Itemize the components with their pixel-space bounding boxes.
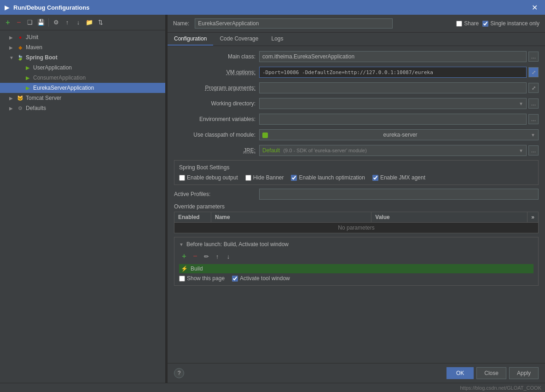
bl-add-button[interactable]: + [179, 251, 189, 261]
spring-arrow: ▼ [9, 55, 15, 60]
col-name: Name [211, 212, 371, 223]
junit-arrow: ▶ [9, 35, 15, 40]
program-args-field: ⤢ [259, 82, 539, 93]
enable-launch-checkbox[interactable] [291, 175, 297, 181]
share-label: Share [464, 20, 479, 27]
program-args-input[interactable] [259, 82, 527, 93]
before-launch-section: ▼ Before launch: Build, Activate tool wi… [174, 237, 539, 286]
main-class-label: Main class: [174, 53, 259, 60]
close-button[interactable]: Close [476, 367, 506, 379]
single-instance-wrap: Single instance only [482, 20, 539, 27]
classpath-dropdown[interactable]: eureka-server ▼ [259, 129, 539, 140]
app-icon: ▶ [24, 74, 31, 81]
active-profiles-label: Active Profiles: [174, 191, 259, 197]
hide-banner-item: Hide Banner [245, 174, 284, 181]
jre-label: JRE: [174, 147, 259, 154]
env-vars-row: Environment variables: … [174, 113, 539, 125]
enable-debug-label: Enable debug output [187, 174, 238, 181]
folder-button[interactable]: 📁 [84, 17, 94, 28]
show-page-checkbox[interactable] [179, 276, 185, 282]
bl-down-button[interactable]: ↓ [223, 251, 233, 261]
program-args-expand-button[interactable]: ⤢ [528, 83, 539, 93]
vm-options-label: VM options: [174, 69, 259, 75]
settings-button[interactable]: ⚙ [51, 17, 61, 28]
save-config-button[interactable]: 💾 [36, 17, 46, 28]
move-up-button[interactable]: ↑ [62, 17, 72, 28]
jre-arrow: ▼ [519, 148, 523, 153]
vm-options-field: ⤢ [259, 67, 539, 78]
single-instance-label: Single instance only [490, 20, 539, 27]
before-launch-title: Before launch: Build, Activate tool wind… [186, 241, 289, 248]
dialog-close-button[interactable]: ✕ [529, 2, 540, 13]
env-vars-label: Environment variables: [174, 116, 259, 122]
bottom-right: OK Close Apply [446, 367, 539, 379]
hide-banner-checkbox[interactable] [245, 175, 251, 181]
tab-code-coverage[interactable]: Code Coverage [213, 33, 265, 46]
before-launch-toolbar: + − ✏ ↑ ↓ [179, 251, 533, 261]
sidebar-item-consumer-app[interactable]: ▶ ConsumerApplication [0, 73, 165, 83]
activate-window-checkbox[interactable] [232, 276, 238, 282]
before-launch-header[interactable]: ▼ Before launch: Build, Activate tool wi… [179, 241, 533, 248]
override-title: Override parameters [174, 203, 539, 210]
sidebar-item-label: Defaults [26, 105, 46, 111]
remove-config-button[interactable]: − [14, 17, 24, 28]
jre-dropdown[interactable]: Default (9.0 - SDK of 'eureka-server' mo… [259, 145, 527, 156]
sidebar-item-defaults[interactable]: ▶ ⚙ Defaults [0, 103, 165, 113]
jre-value: Default (9.0 - SDK of 'eureka-server' mo… [262, 147, 367, 154]
name-bar: Name: EurekaServerApplication Share Sing… [168, 15, 545, 33]
ok-button[interactable]: OK [446, 367, 474, 379]
enable-launch-item: Enable launch optimization [291, 174, 365, 181]
move-down-button[interactable]: ↓ [73, 17, 83, 28]
working-dir-label: Working directory: [174, 100, 259, 107]
single-instance-checkbox[interactable] [482, 21, 488, 27]
enable-debug-checkbox[interactable] [179, 175, 185, 181]
working-dir-row: Working directory: ▼ … [174, 98, 539, 110]
sidebar-item-junit[interactable]: ▶ ● JUnit [0, 32, 165, 42]
sidebar-item-label: Tomcat Server [26, 95, 61, 101]
bl-up-button[interactable]: ↑ [212, 251, 222, 261]
bl-edit-button[interactable]: ✏ [201, 251, 211, 261]
main-class-expand-button[interactable]: … [528, 52, 539, 62]
jre-field: Default (9.0 - SDK of 'eureka-server' mo… [259, 145, 539, 156]
sidebar-item-tomcat[interactable]: ▶ 🐱 Tomcat Server [0, 93, 165, 103]
active-profiles-input[interactable] [259, 189, 539, 200]
spring-boot-settings: Spring Boot Settings Enable debug output… [174, 160, 539, 185]
dialog-run-icon: ▶ [5, 4, 10, 11]
hide-banner-label: Hide Banner [253, 174, 284, 181]
tab-configuration[interactable]: Configuration [168, 33, 213, 46]
working-dir-arrow: ▼ [519, 101, 523, 106]
apply-button[interactable]: Apply [509, 367, 539, 379]
vm-options-expand-button[interactable]: ⤢ [528, 67, 539, 77]
enable-jmx-checkbox[interactable] [372, 175, 378, 181]
sidebar-item-spring-boot[interactable]: ▼ 🍃 Spring Boot [0, 52, 165, 63]
tab-logs[interactable]: Logs [265, 33, 290, 46]
copy-config-button[interactable]: ❑ [25, 17, 35, 28]
sort-button[interactable]: ⇅ [95, 17, 105, 28]
add-config-button[interactable]: + [3, 17, 13, 28]
title-bar-left: ▶ Run/Debug Configurations [5, 4, 89, 11]
share-checkbox[interactable] [456, 21, 462, 27]
env-vars-expand-button[interactable]: … [528, 114, 539, 124]
sidebar-item-eureka-app[interactable]: ▶ EurekaServerApplication [0, 83, 165, 93]
defaults-icon: ⚙ [17, 104, 24, 112]
working-dir-expand-button[interactable]: … [528, 98, 539, 109]
name-input[interactable]: EurekaServerApplication [195, 18, 393, 29]
sidebar-item-user-app[interactable]: ▶ UserApplication [0, 63, 165, 73]
override-section: Override parameters Enabled Name Value » [174, 203, 539, 233]
sidebar-item-maven[interactable]: ▶ ◆ Maven [0, 42, 165, 52]
enable-jmx-label: Enable JMX agent [380, 174, 425, 181]
bl-remove-button[interactable]: − [190, 251, 200, 261]
program-args-label: Program arguments: [174, 85, 259, 91]
main-class-input[interactable] [259, 51, 527, 62]
classpath-row: Use classpath of module: eureka-server ▼ [174, 129, 539, 141]
jre-expand-button[interactable]: … [528, 145, 539, 156]
col-expand: » [528, 212, 539, 223]
module-icon [262, 132, 270, 138]
env-vars-input[interactable] [259, 114, 527, 125]
junit-icon: ● [17, 34, 24, 41]
working-dir-dropdown[interactable]: ▼ [259, 98, 527, 109]
help-button[interactable]: ? [174, 368, 184, 378]
vm-options-input[interactable] [259, 67, 527, 78]
enable-launch-label: Enable launch optimization [299, 174, 365, 181]
working-dir-field: ▼ … [259, 98, 539, 109]
